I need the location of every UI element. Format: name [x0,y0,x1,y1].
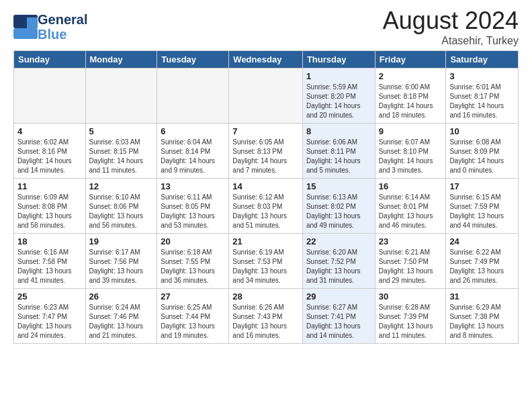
calendar-cell: 18Sunrise: 6:16 AM Sunset: 7:58 PM Dayli… [14,234,86,289]
calendar-cell: 22Sunrise: 6:20 AM Sunset: 7:52 PM Dayli… [302,234,375,289]
day-info: Sunrise: 6:16 AM Sunset: 7:58 PM Dayligh… [17,248,82,285]
calendar-cell [14,68,86,124]
calendar-table: SundayMondayTuesdayWednesdayThursdayFrid… [13,50,519,344]
calendar-cell: 9Sunrise: 6:07 AM Sunset: 8:10 PM Daylig… [375,124,446,179]
week-row-4: 18Sunrise: 6:16 AM Sunset: 7:58 PM Dayli… [14,234,519,289]
day-number: 15 [306,181,371,191]
day-info: Sunrise: 6:19 AM Sunset: 7:53 PM Dayligh… [232,248,299,285]
day-number: 27 [161,291,225,302]
week-row-5: 25Sunrise: 6:23 AM Sunset: 7:47 PM Dayli… [14,289,519,344]
calendar-cell: 16Sunrise: 6:14 AM Sunset: 8:01 PM Dayli… [375,179,446,234]
location: Atasehir, Turkey [383,35,519,47]
calendar-cell: 19Sunrise: 6:17 AM Sunset: 7:56 PM Dayli… [85,234,157,289]
weekday-header-monday: Monday [85,51,157,68]
month-year: August 2024 [383,7,519,35]
logo-icon [13,15,38,39]
day-info: Sunrise: 6:15 AM Sunset: 7:59 PM Dayligh… [449,193,515,230]
weekday-header-row: SundayMondayTuesdayWednesdayThursdayFrid… [14,51,519,68]
day-info: Sunrise: 6:27 AM Sunset: 7:41 PM Dayligh… [306,303,371,340]
calendar-cell: 8Sunrise: 6:06 AM Sunset: 8:11 PM Daylig… [302,124,375,179]
day-number: 22 [306,236,371,246]
calendar-cell [229,68,303,124]
day-info: Sunrise: 6:20 AM Sunset: 7:52 PM Dayligh… [306,248,371,285]
day-info: Sunrise: 6:21 AM Sunset: 7:50 PM Dayligh… [379,248,443,285]
day-info: Sunrise: 6:22 AM Sunset: 7:49 PM Dayligh… [449,248,515,285]
day-info: Sunrise: 6:03 AM Sunset: 8:15 PM Dayligh… [89,138,154,175]
day-info: Sunrise: 6:04 AM Sunset: 8:14 PM Dayligh… [161,138,225,175]
day-number: 19 [89,236,154,246]
logo: General Blue [13,12,87,42]
day-info: Sunrise: 6:28 AM Sunset: 7:39 PM Dayligh… [379,303,443,340]
day-number: 2 [379,71,443,81]
day-number: 14 [232,181,299,191]
calendar-cell: 29Sunrise: 6:27 AM Sunset: 7:41 PM Dayli… [302,289,375,344]
day-number: 18 [17,236,82,246]
calendar-cell: 15Sunrise: 6:13 AM Sunset: 8:02 PM Dayli… [302,179,375,234]
day-number: 5 [89,126,154,136]
calendar-cell: 28Sunrise: 6:26 AM Sunset: 7:43 PM Dayli… [229,289,303,344]
calendar-cell: 2Sunrise: 6:00 AM Sunset: 8:18 PM Daylig… [375,68,446,124]
day-number: 24 [449,236,515,246]
calendar-cell: 3Sunrise: 6:01 AM Sunset: 8:17 PM Daylig… [446,68,519,124]
day-info: Sunrise: 6:13 AM Sunset: 8:02 PM Dayligh… [306,193,371,230]
day-number: 6 [161,126,225,136]
weekday-header-wednesday: Wednesday [229,51,303,68]
day-number: 4 [17,126,82,136]
calendar-cell: 5Sunrise: 6:03 AM Sunset: 8:15 PM Daylig… [85,124,157,179]
calendar-cell: 31Sunrise: 6:29 AM Sunset: 7:38 PM Dayli… [446,289,519,344]
day-info: Sunrise: 6:08 AM Sunset: 8:09 PM Dayligh… [449,138,515,175]
calendar-cell: 17Sunrise: 6:15 AM Sunset: 7:59 PM Dayli… [446,179,519,234]
day-info: Sunrise: 6:10 AM Sunset: 8:06 PM Dayligh… [89,193,154,230]
calendar-cell: 13Sunrise: 6:11 AM Sunset: 8:05 PM Dayli… [157,179,229,234]
day-number: 23 [379,236,443,246]
calendar-cell: 27Sunrise: 6:25 AM Sunset: 7:44 PM Dayli… [157,289,229,344]
day-info: Sunrise: 6:06 AM Sunset: 8:11 PM Dayligh… [306,138,371,175]
week-row-2: 4Sunrise: 6:02 AM Sunset: 8:16 PM Daylig… [14,124,519,179]
calendar-cell: 10Sunrise: 6:08 AM Sunset: 8:09 PM Dayli… [446,124,519,179]
day-info: Sunrise: 5:59 AM Sunset: 8:20 PM Dayligh… [306,83,371,120]
calendar-cell: 21Sunrise: 6:19 AM Sunset: 7:53 PM Dayli… [229,234,303,289]
day-number: 13 [161,181,225,191]
weekday-header-friday: Friday [375,51,446,68]
logo-text: General [38,12,87,27]
day-number: 21 [232,236,299,246]
day-number: 29 [306,291,371,302]
day-number: 9 [379,126,443,136]
weekday-header-tuesday: Tuesday [157,51,229,68]
day-number: 8 [306,126,371,136]
day-number: 28 [232,291,299,302]
day-number: 30 [379,291,443,302]
day-info: Sunrise: 6:18 AM Sunset: 7:55 PM Dayligh… [161,248,225,285]
calendar-cell: 11Sunrise: 6:09 AM Sunset: 8:08 PM Dayli… [14,179,86,234]
calendar-cell: 7Sunrise: 6:05 AM Sunset: 8:13 PM Daylig… [229,124,303,179]
calendar-cell: 20Sunrise: 6:18 AM Sunset: 7:55 PM Dayli… [157,234,229,289]
calendar-cell: 25Sunrise: 6:23 AM Sunset: 7:47 PM Dayli… [14,289,86,344]
calendar-cell: 12Sunrise: 6:10 AM Sunset: 8:06 PM Dayli… [85,179,157,234]
day-number: 10 [449,126,515,136]
calendar-cell: 4Sunrise: 6:02 AM Sunset: 8:16 PM Daylig… [14,124,86,179]
svg-rect-1 [13,28,38,39]
day-number: 1 [306,71,371,81]
day-number: 17 [449,181,515,191]
calendar-wrap: SundayMondayTuesdayWednesdayThursdayFrid… [0,50,532,347]
day-info: Sunrise: 6:29 AM Sunset: 7:38 PM Dayligh… [449,303,515,340]
header: General Blue August 2024 Atasehir, Turke… [0,0,532,50]
calendar-cell: 24Sunrise: 6:22 AM Sunset: 7:49 PM Dayli… [446,234,519,289]
day-number: 16 [379,181,443,191]
day-info: Sunrise: 6:23 AM Sunset: 7:47 PM Dayligh… [17,303,82,340]
day-number: 3 [449,71,515,81]
week-row-3: 11Sunrise: 6:09 AM Sunset: 8:08 PM Dayli… [14,179,519,234]
day-number: 7 [232,126,299,136]
weekday-header-saturday: Saturday [446,51,519,68]
day-number: 26 [89,291,154,302]
week-row-1: 1Sunrise: 5:59 AM Sunset: 8:20 PM Daylig… [14,68,519,124]
day-info: Sunrise: 6:05 AM Sunset: 8:13 PM Dayligh… [232,138,299,175]
calendar-cell: 14Sunrise: 6:12 AM Sunset: 8:03 PM Dayli… [229,179,303,234]
calendar-cell: 6Sunrise: 6:04 AM Sunset: 8:14 PM Daylig… [157,124,229,179]
calendar-cell: 26Sunrise: 6:24 AM Sunset: 7:46 PM Dayli… [85,289,157,344]
weekday-header-thursday: Thursday [302,51,375,68]
weekday-header-sunday: Sunday [14,51,86,68]
day-info: Sunrise: 6:01 AM Sunset: 8:17 PM Dayligh… [449,83,515,120]
calendar-cell [85,68,157,124]
svg-marker-2 [27,17,38,28]
